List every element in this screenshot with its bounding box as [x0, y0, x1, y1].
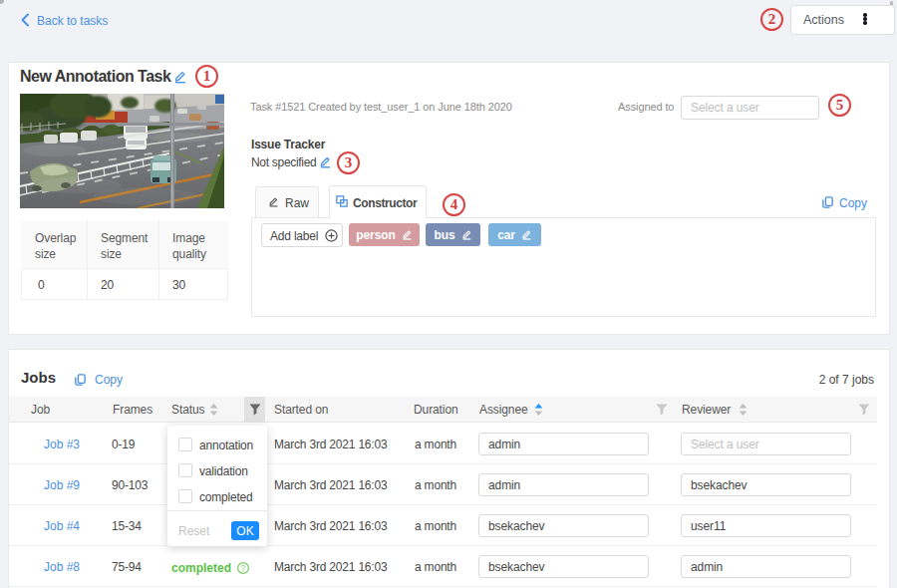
- svg-text:?: ?: [241, 564, 246, 573]
